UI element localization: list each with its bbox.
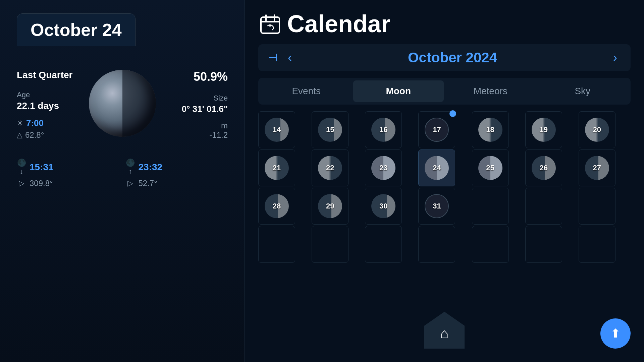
moon-phase-visual: 19 [532, 118, 556, 142]
home-button[interactable]: ⌂ [424, 312, 465, 349]
moon-set-icon: 🌑↓ [17, 159, 26, 176]
day-number: 20 [593, 125, 601, 134]
phase-name: Last Quarter [17, 70, 82, 80]
calendar-day-cell[interactable]: 26 [525, 149, 562, 186]
day-number: 31 [433, 202, 441, 210]
moon-phase-visual: 27 [585, 156, 609, 180]
event-indicator [449, 110, 456, 117]
set-angle-icon: ▷ [17, 179, 26, 188]
tab-moon[interactable]: Moon [353, 80, 444, 102]
tabs-bar: Events Moon Meteors Sky [258, 78, 631, 105]
center-nav-icon[interactable]: ⊣ [268, 51, 278, 64]
calendar-icon [258, 12, 282, 36]
calendar-day-cell[interactable] [418, 226, 455, 263]
moon-left-info: Last Quarter Age 22.1 days ☀ 7:00 △ 62.8… [17, 66, 82, 142]
illumination: 50.9% [163, 70, 228, 84]
calendar-day-cell[interactable] [579, 188, 615, 225]
moon-phase-visual: 23 [371, 156, 395, 180]
rise-time-row: ☀ 7:00 [17, 118, 82, 128]
moon-phase-visual: 17 [425, 118, 449, 142]
calendar-day-cell[interactable] [525, 188, 562, 225]
calendar-day-cell[interactable]: 19 [525, 111, 562, 148]
calendar-day-cell[interactable]: 24 [418, 149, 455, 186]
angle-icon: △ [17, 131, 22, 139]
set-time: 15:31 [30, 162, 54, 173]
calendar-day-cell[interactable]: 27 [579, 149, 615, 186]
tab-events[interactable]: Events [261, 80, 352, 102]
day-number: 30 [379, 202, 387, 210]
share-icon: ⬆ [610, 326, 621, 341]
moon-phase-visual: 25 [478, 156, 502, 180]
rise2-stat-group: 🌑↑ 23:32 ▷ 52.7° [126, 159, 228, 188]
day-number: 18 [486, 125, 494, 134]
next-month-button[interactable]: › [610, 51, 621, 65]
calendar-day-cell[interactable]: 29 [312, 188, 348, 225]
day-number: 23 [379, 164, 387, 172]
moon-image [86, 66, 159, 140]
calendar-day-cell[interactable]: 16 [365, 111, 402, 148]
right-panel: Calendar ⊣ ‹ October 2024 › Events Moon … [245, 0, 644, 362]
calendar-day-cell[interactable]: 20 [579, 111, 615, 148]
calendar-day-cell[interactable] [258, 226, 295, 263]
moon-phase-visual: 24 [425, 156, 449, 180]
day-number: 14 [273, 125, 281, 134]
day-number: 21 [273, 164, 281, 172]
moon-phase-visual: 26 [532, 156, 556, 180]
moon-phase-visual: 29 [318, 194, 342, 218]
moon-phase-visual: 30 [371, 194, 395, 218]
month-year-label: October 2024 [295, 50, 610, 66]
calendar-day-cell[interactable]: 28 [258, 188, 295, 225]
calendar-day-cell[interactable] [472, 226, 509, 263]
left-panel: October 24 Last Quarter Age 22.1 days ☀ … [0, 0, 245, 362]
rise2-time: 23:32 [139, 162, 163, 173]
moon-phase-visual: 15 [318, 118, 342, 142]
calendar-day-cell[interactable]: 17 [418, 111, 455, 148]
rise2-time-row: 🌑↑ 23:32 [126, 159, 228, 176]
day-number: 25 [486, 164, 494, 172]
day-number: 28 [273, 202, 281, 210]
calendar-day-cell[interactable]: 30 [365, 188, 402, 225]
calendar-day-cell[interactable]: 31 [418, 188, 455, 225]
share-button[interactable]: ⬆ [600, 318, 631, 349]
day-number: 15 [326, 125, 334, 134]
sun-rise-icon: ☀ [17, 119, 23, 128]
moon-visual [89, 70, 156, 137]
set-angle: 309.8° [30, 179, 53, 188]
calendar-day-cell[interactable]: 23 [365, 149, 402, 186]
rise-time: 7:00 [26, 118, 44, 128]
moon-phase-visual: 20 [585, 118, 609, 142]
svg-point-4 [269, 25, 271, 26]
moon-right-info: 50.9% Size 0° 31' 01.6" m -11.2 [163, 66, 228, 140]
calendar-day-cell[interactable] [312, 226, 348, 263]
set-stat-group: 🌑↓ 15:31 ▷ 309.8° [17, 159, 119, 188]
moon-rise-icon: 🌑↑ [126, 159, 135, 176]
calendar-day-cell[interactable]: 15 [312, 111, 348, 148]
day-number: 22 [326, 164, 334, 172]
calendar-day-cell[interactable]: 18 [472, 111, 509, 148]
calendar-day-cell[interactable]: 21 [258, 149, 295, 186]
m-label: m [163, 121, 228, 130]
tab-sky[interactable]: Sky [537, 80, 628, 102]
rise-angle-row: △ 62.8° [17, 130, 82, 140]
moon-phase-visual: 21 [265, 156, 289, 180]
calendar-day-cell[interactable] [579, 226, 615, 263]
m-value: -11.2 [163, 130, 228, 140]
nav-bar: ⊣ ‹ October 2024 › [258, 44, 631, 71]
calendar-day-cell[interactable] [365, 226, 402, 263]
moon-phase-visual: 16 [371, 118, 395, 142]
rise-angle: 62.8° [25, 130, 44, 140]
calendar-day-cell[interactable]: 22 [312, 149, 348, 186]
calendar-day-cell[interactable]: 25 [472, 149, 509, 186]
day-number: 29 [326, 202, 334, 210]
rise2-angle: 52.7° [139, 179, 157, 188]
calendar-day-cell[interactable] [472, 188, 509, 225]
app-header: Calendar [258, 10, 631, 38]
date-tab: October 24 [17, 13, 136, 46]
calendar-day-cell[interactable]: 14 [258, 111, 295, 148]
prev-month-button[interactable]: ‹ [284, 51, 295, 65]
moon-phase-visual: 22 [318, 156, 342, 180]
calendar-day-cell[interactable] [525, 226, 562, 263]
tab-meteors[interactable]: Meteors [445, 80, 536, 102]
moon-section: Last Quarter Age 22.1 days ☀ 7:00 △ 62.8… [17, 66, 228, 142]
moon-dark-overlay [122, 70, 156, 137]
